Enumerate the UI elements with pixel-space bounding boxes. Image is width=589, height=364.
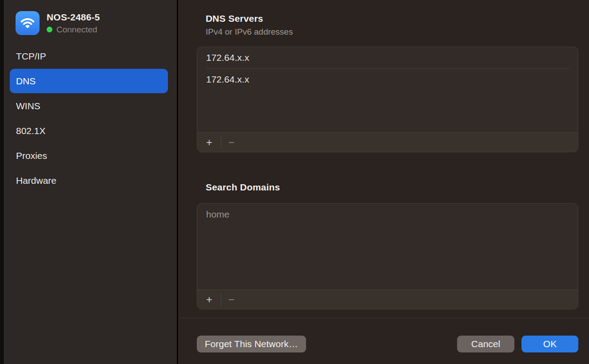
search-domains-list: home + − — [197, 203, 578, 309]
dns-servers-title: DNS Servers — [206, 13, 293, 24]
footer-divider — [179, 318, 589, 318]
dns-settings-panel: DNS Servers IPv4 or IPv6 addresses 172.6… — [179, 0, 589, 364]
network-name: NOS-2486-5 — [47, 12, 100, 23]
dns-servers-list: 172.64.x.x 172.64.x.x + − — [197, 47, 578, 152]
sidebar-item-dns[interactable]: DNS — [10, 69, 168, 93]
dns-servers-header: DNS Servers IPv4 or IPv6 addresses — [206, 13, 293, 37]
sidebar-item-label: Hardware — [16, 175, 56, 186]
sidebar-item-wins[interactable]: WINS — [10, 94, 168, 118]
action-bar: Forget This Network… Cancel OK — [197, 336, 578, 352]
ok-button[interactable]: OK — [521, 336, 578, 352]
network-header: NOS-2486-5 Connected — [16, 11, 100, 35]
sidebar-item-label: TCP/IP — [16, 51, 46, 62]
wifi-details-dialog: NOS-2486-5 Connected TCP/IP DNS WINS 802… — [0, 0, 589, 364]
search-domain-entry[interactable]: home — [197, 204, 578, 225]
search-domains-header: Search Domains — [206, 182, 280, 193]
dns-server-entry[interactable]: 172.64.x.x — [197, 47, 578, 68]
sidebar-item-proxies[interactable]: Proxies — [10, 143, 168, 168]
status-dot-icon — [47, 27, 52, 32]
remove-dns-server-button[interactable]: − — [221, 136, 242, 149]
window-edge-strip — [0, 0, 4, 364]
remove-search-domain-button[interactable]: − — [221, 293, 242, 306]
wifi-icon — [16, 11, 40, 35]
network-meta: NOS-2486-5 Connected — [47, 12, 100, 35]
sidebar-item-label: Proxies — [16, 150, 47, 161]
search-domains-title: Search Domains — [206, 182, 280, 193]
cancel-button[interactable]: Cancel — [457, 336, 514, 352]
status-text: Connected — [56, 25, 97, 35]
sidebar-item-hardware[interactable]: Hardware — [10, 168, 168, 193]
dns-server-entry[interactable]: 172.64.x.x — [197, 69, 578, 90]
sidebar-item-label: DNS — [16, 76, 36, 87]
sidebar-nav: TCP/IP DNS WINS 802.1X Proxies Hardware — [4, 44, 177, 193]
forget-network-button[interactable]: Forget This Network… — [197, 336, 306, 352]
dns-servers-subtitle: IPv4 or IPv6 addresses — [206, 27, 293, 37]
add-search-domain-button[interactable]: + — [201, 293, 217, 306]
sidebar-item-label: 802.1X — [16, 126, 46, 136]
dns-servers-toolbar: + − — [197, 132, 578, 152]
search-domains-toolbar: + − — [197, 289, 578, 309]
sidebar-item-tcpip[interactable]: TCP/IP — [10, 44, 168, 68]
add-dns-server-button[interactable]: + — [201, 136, 217, 149]
network-status: Connected — [47, 25, 100, 35]
sidebar-item-label: WINS — [16, 101, 40, 111]
sidebar: NOS-2486-5 Connected TCP/IP DNS WINS 802… — [4, 0, 178, 364]
sidebar-item-8021x[interactable]: 802.1X — [10, 119, 168, 143]
